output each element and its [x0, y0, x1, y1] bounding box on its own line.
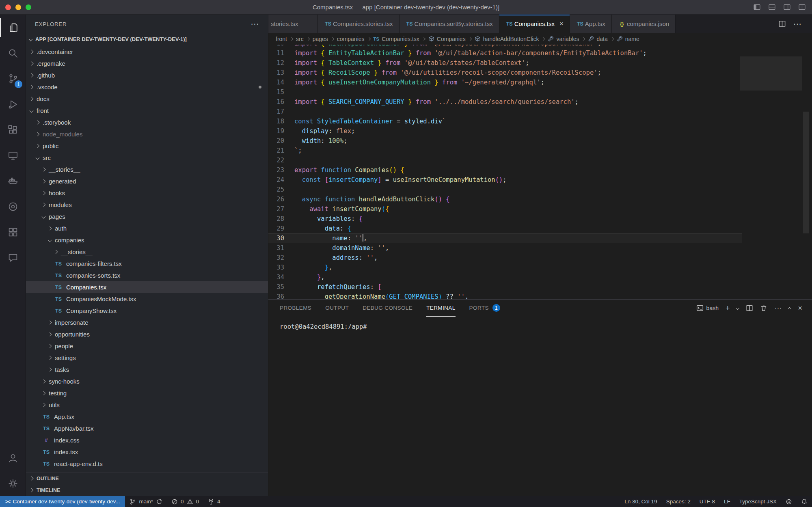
split-editor-icon[interactable] — [778, 20, 786, 28]
tree-item-people[interactable]: people — [26, 340, 268, 352]
tree-item-stories[interactable]: __stories__ — [26, 246, 268, 258]
encoding[interactable]: UTF-8 — [695, 496, 719, 507]
tree-item-public[interactable]: public — [26, 140, 268, 152]
editor-more-actions-icon[interactable]: ⋯ — [793, 19, 801, 29]
tree-item-tasks[interactable]: tasks — [26, 364, 268, 375]
search-icon[interactable] — [0, 40, 26, 66]
code-line-20[interactable]: 20 width: 100%; — [268, 136, 742, 146]
explorer-icon[interactable] — [0, 15, 26, 40]
run-debug-icon[interactable] — [0, 91, 26, 117]
breadcrumb-item-front[interactable]: front — [276, 36, 287, 42]
tree-item-index-tsx[interactable]: TSindex.tsx — [26, 446, 268, 458]
panel-tab-problems[interactable]: PROBLEMS — [280, 300, 311, 317]
code-line-13[interactable]: 13import { RecoilScope } from '@/ui/util… — [268, 68, 742, 78]
tree-item-index-css[interactable]: #index.css — [26, 434, 268, 446]
grid-extension-icon[interactable] — [0, 219, 26, 245]
tree-item-hooks[interactable]: hooks — [26, 187, 268, 199]
maximize-panel-icon[interactable] — [788, 307, 791, 311]
tree-item-node-modules[interactable]: node_modules — [26, 128, 268, 140]
problems-indicator[interactable]: 0 0 — [167, 496, 203, 507]
panel-tab-debug-console[interactable]: DEBUG CONSOLE — [363, 300, 412, 317]
split-terminal-icon[interactable] — [746, 304, 753, 312]
close-window-button[interactable] — [5, 4, 11, 10]
tree-item-sync-hooks[interactable]: sync-hooks — [26, 375, 268, 387]
timeline-section[interactable]: TIMELINE — [26, 484, 268, 496]
tree-item-front[interactable]: front — [26, 105, 268, 117]
outline-section[interactable]: OUTLINE — [26, 472, 268, 484]
breadcrumb-item-companies[interactable]: Companies — [428, 36, 466, 42]
accounts-icon[interactable] — [0, 445, 26, 470]
tab-companies-tsx[interactable]: TSCompanies.tsx× — [499, 15, 570, 33]
remote-explorer-icon[interactable] — [0, 142, 26, 168]
breadcrumb-item-name[interactable]: name — [617, 36, 639, 42]
code-line-31[interactable]: 31 domainName: '', — [268, 243, 742, 253]
toggle-sidebar-left-icon[interactable] — [753, 3, 761, 11]
tree-item-github[interactable]: .github — [26, 69, 268, 81]
toggle-sidebar-right-icon[interactable] — [783, 3, 791, 11]
tree-item-companies-tsx[interactable]: TSCompanies.tsx — [26, 281, 268, 293]
tree-item-storybook[interactable]: .storybook — [26, 117, 268, 128]
panel-tab-output[interactable]: OUTPUT — [325, 300, 349, 317]
branch-indicator[interactable]: main* — [125, 496, 167, 507]
tab-stories-tsx[interactable]: stories.tsx — [268, 15, 318, 33]
tree-item-impersonate[interactable]: impersonate — [26, 317, 268, 328]
tree-item-modules[interactable]: modules — [26, 199, 268, 211]
remote-indicator[interactable]: >< Container dev-twenty-dev (dev-twenty-… — [0, 496, 125, 507]
sync-icon[interactable] — [156, 498, 162, 505]
tree-item-companies[interactable]: companies — [26, 234, 268, 246]
code-line-15[interactable]: 15 — [268, 87, 742, 97]
code-line-21[interactable]: 21`; — [268, 146, 742, 155]
terminal-dropdown-icon[interactable] — [736, 306, 739, 310]
code-line-17[interactable]: 17 — [268, 107, 742, 117]
tree-item-app-tsx[interactable]: TSApp.tsx — [26, 411, 268, 423]
code-line-14[interactable]: 14import { useInsertOneCompanyMutation }… — [268, 78, 742, 87]
panel-tab-terminal[interactable]: TERMINAL — [426, 300, 455, 317]
tree-item-companiesmockmode-tsx[interactable]: TSCompaniesMockMode.tsx — [26, 293, 268, 305]
tab-companies-stories-tsx[interactable]: TSCompanies.stories.tsx — [318, 15, 400, 33]
toggle-panel-icon[interactable] — [768, 3, 776, 11]
code-line-19[interactable]: 19 display: flex; — [268, 126, 742, 136]
tree-item-auth[interactable]: auth — [26, 222, 268, 234]
code-line-34[interactable]: 34 }, — [268, 272, 742, 282]
docker-icon[interactable] — [0, 168, 26, 194]
breadcrumb-item-companies[interactable]: companies — [337, 36, 365, 42]
tree-item-docs[interactable]: docs — [26, 93, 268, 105]
kill-terminal-icon[interactable] — [760, 304, 767, 312]
customize-layout-icon[interactable] — [798, 3, 806, 11]
editor-scrollbar[interactable] — [803, 112, 809, 233]
notifications-bell-icon[interactable] — [797, 496, 812, 507]
code-line-12[interactable]: 12import { TableContext } from '@/ui/tab… — [268, 58, 742, 68]
terminal-profile[interactable]: bash — [696, 304, 719, 312]
breadcrumb-item-companies-tsx[interactable]: TSCompanies.tsx — [374, 36, 419, 42]
tree-item-appnavbar-tsx[interactable]: TSAppNavbar.tsx — [26, 423, 268, 434]
tree-item-ergomake[interactable]: .ergomake — [26, 58, 268, 69]
code-editor[interactable]: 10import { WithTopBarContainer } from '@… — [268, 45, 812, 299]
breadcrumb-item-pages[interactable]: pages — [313, 36, 328, 42]
tree-item-companies-sorts-tsx[interactable]: TScompanies-sorts.tsx — [26, 270, 268, 281]
explorer-more-actions-icon[interactable]: ⋯ — [251, 19, 259, 29]
indentation[interactable]: Spaces: 2 — [662, 496, 695, 507]
ports-indicator[interactable]: 4 — [203, 496, 225, 507]
code-line-22[interactable]: 22 — [268, 155, 742, 165]
breadcrumb-item-data[interactable]: data — [588, 36, 607, 42]
comment-extension-icon[interactable] — [0, 245, 26, 270]
new-terminal-icon[interactable]: + — [726, 304, 730, 312]
panel-tab-ports[interactable]: PORTS1 — [469, 300, 500, 317]
tree-item-src[interactable]: src — [26, 152, 268, 164]
close-panel-icon[interactable]: × — [798, 304, 802, 312]
tree-item-companies-filters-tsx[interactable]: TScompanies-filters.tsx — [26, 258, 268, 270]
tree-item-opportunities[interactable]: opportunities — [26, 328, 268, 340]
zoom-window-button[interactable] — [26, 4, 31, 10]
breadcrumb-item-variables[interactable]: variables — [548, 36, 579, 42]
tree-item-react-app-env-d-ts[interactable]: TSreact-app-env.d.ts — [26, 458, 268, 470]
tree-item-vscode[interactable]: .vscode — [26, 81, 268, 93]
cursor-position[interactable]: Ln 30, Col 19 — [620, 496, 661, 507]
settings-gear-icon[interactable] — [0, 470, 26, 496]
minimize-window-button[interactable] — [15, 4, 21, 10]
code-line-28[interactable]: 28 variables: { — [268, 214, 742, 224]
code-line-32[interactable]: 32 address: '', — [268, 253, 742, 263]
minimap-viewport[interactable] — [740, 56, 802, 91]
eol-sequence[interactable]: LF — [719, 496, 735, 507]
code-line-29[interactable]: 29 data: { — [268, 224, 742, 233]
code-line-35[interactable]: 35 refetchQueries: [ — [268, 282, 742, 292]
